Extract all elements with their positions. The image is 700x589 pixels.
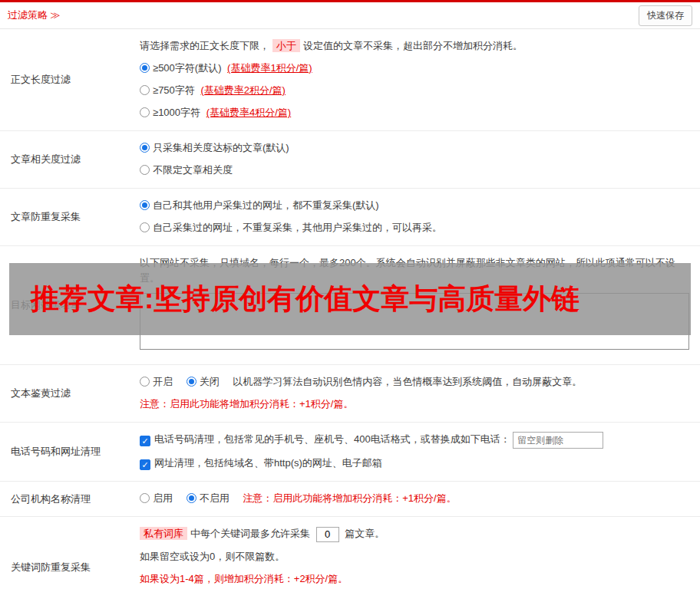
fee-note: (基础费率4积分/篇) bbox=[206, 107, 292, 118]
relevance-option-strict[interactable]: 只采集相关度达标的文章(默认) bbox=[140, 140, 689, 156]
private-lexicon-highlight: 私有词库 bbox=[140, 527, 187, 540]
row-label-relevance: 文章相关度过滤 bbox=[0, 131, 130, 188]
radio-icon[interactable] bbox=[140, 377, 150, 387]
page-title[interactable]: 过滤策略 ≫ bbox=[8, 8, 61, 22]
intro-highlight: 小于 bbox=[272, 39, 300, 52]
porn-fee-note: 注意：启用此功能将增加积分消耗：+1积分/篇。 bbox=[140, 397, 689, 412]
keyword-limit-text: 中每个关键词最多允许采集 bbox=[190, 528, 310, 539]
option-label: 开启 bbox=[153, 376, 173, 387]
length-option-750[interactable]: ≥750字符 (基础费率2积分/篇) bbox=[140, 83, 689, 98]
radio-icon[interactable] bbox=[140, 143, 150, 153]
body-length-intro: 请选择需求的正文长度下限，小于设定值的文章不采集，超出部分不增加积分消耗。 bbox=[140, 38, 689, 54]
keyword-limit-suffix: 篇文章。 bbox=[345, 528, 385, 539]
top-toolbar: 过滤策略 ≫ 快速保存 bbox=[0, 0, 700, 29]
company-option-on[interactable]: 启用 bbox=[140, 492, 173, 504]
option-label: ≥1000字符 bbox=[153, 107, 200, 118]
radio-icon[interactable] bbox=[140, 200, 150, 210]
intro-text-2: 设定值的文章不采集，超出部分不增加积分消耗。 bbox=[303, 40, 523, 51]
keyword-note-zero: 如果留空或设为0，则不限篇数。 bbox=[140, 549, 689, 564]
row-relevance-filter: 文章相关度过滤 只采集相关度达标的文章(默认) 不限定文章相关度 bbox=[0, 131, 700, 189]
radio-icon[interactable] bbox=[140, 222, 150, 232]
option-label: 启用 bbox=[153, 492, 173, 504]
intro-text-1: 请选择需求的正文长度下限， bbox=[140, 40, 269, 51]
fee-note: (基础费率1积分/篇) bbox=[227, 62, 312, 74]
row-label-phone-url: 电话号码和网址清理 bbox=[0, 423, 130, 481]
row-phone-url-cleanup: 电话号码和网址清理 ✓电话号码清理，包括常见的手机号、座机号、400电话格式，或… bbox=[0, 423, 700, 482]
option-label: ≥500字符(默认) bbox=[153, 62, 221, 74]
radio-icon[interactable] bbox=[140, 493, 150, 503]
company-fee-note: 注意：启用此功能将增加积分消耗：+1积分/篇。 bbox=[243, 492, 456, 504]
option-label: 自己和其他用户采集过的网址，都不重复采集(默认) bbox=[153, 199, 379, 211]
promo-overlay-banner: 推荐文章:坚持原创有价值文章与高质量外链 bbox=[9, 263, 691, 335]
option-label: 不限定文章相关度 bbox=[153, 164, 233, 176]
radio-icon[interactable] bbox=[140, 85, 150, 95]
checkbox-icon[interactable]: ✓ bbox=[140, 459, 150, 470]
keyword-limit-line: 私有词库中每个关键词最多允许采集 篇文章。 bbox=[140, 526, 689, 542]
dedup-option-global[interactable]: 自己和其他用户采集过的网址，都不重复采集(默认) bbox=[140, 198, 689, 213]
keyword-limit-input[interactable] bbox=[316, 527, 339, 542]
radio-icon[interactable] bbox=[140, 63, 150, 73]
url-cleanup-label: 网址清理，包括纯域名、带http(s)的网址、电子邮箱 bbox=[154, 457, 382, 469]
quick-save-button[interactable]: 快速保存 bbox=[639, 5, 692, 26]
radio-icon[interactable] bbox=[187, 493, 196, 503]
porn-desc: 以机器学习算法自动识别色情内容，当色情概率达到系统阈值，自动屏蔽文章。 bbox=[233, 376, 582, 387]
row-label-dedup: 文章防重复采集 bbox=[0, 189, 130, 245]
phone-cleanup-line: ✓电话号码清理，包括常见的手机号、座机号、400电话格式，或替换成如下电话： bbox=[140, 432, 689, 449]
keyword-note-fee: 如果设为1-4篇，则增加积分消耗：+2积分/篇。 bbox=[140, 571, 689, 587]
radio-icon[interactable] bbox=[140, 165, 150, 175]
row-label-body-length: 正文长度过滤 bbox=[0, 29, 130, 130]
row-body-length-filter: 正文长度过滤 请选择需求的正文长度下限，小于设定值的文章不采集，超出部分不增加积… bbox=[0, 29, 700, 131]
radio-icon[interactable] bbox=[140, 107, 150, 117]
checkbox-icon[interactable]: ✓ bbox=[140, 436, 150, 446]
row-keyword-dedup: 关键词防重复采集 私有词库中每个关键词最多允许采集 篇文章。 如果留空或设为0，… bbox=[0, 517, 700, 589]
porn-option-on[interactable]: 开启 bbox=[140, 376, 173, 387]
dedup-option-self[interactable]: 自己采集过的网址，不重复采集，其他用户采集过的，可以再采。 bbox=[140, 220, 689, 235]
url-cleanup-line: ✓网址清理，包括纯域名、带http(s)的网址、电子邮箱 bbox=[140, 456, 689, 471]
porn-options: 开启 关闭 以机器学习算法自动识别色情内容，当色情概率达到系统阈值，自动屏蔽文章… bbox=[140, 374, 689, 390]
row-company-cleanup: 公司机构名称清理 启用 不启用 注意：启用此功能将增加积分消耗：+1积分/篇。 bbox=[0, 482, 700, 517]
option-label: 只采集相关度达标的文章(默认) bbox=[153, 142, 289, 153]
option-label: 关闭 bbox=[200, 376, 220, 387]
length-option-500[interactable]: ≥500字符(默认) (基础费率1积分/篇) bbox=[140, 61, 689, 76]
radio-icon[interactable] bbox=[187, 377, 196, 387]
company-option-off[interactable]: 不启用 bbox=[187, 492, 229, 504]
length-option-1000[interactable]: ≥1000字符 (基础费率4积分/篇) bbox=[140, 105, 689, 120]
promo-banner-text: 推荐文章:坚持原创有价值文章与高质量外链 bbox=[31, 280, 579, 318]
relevance-option-any[interactable]: 不限定文章相关度 bbox=[140, 163, 689, 178]
option-label: 自己采集过的网址，不重复采集，其他用户采集过的，可以再采。 bbox=[153, 222, 442, 233]
porn-option-off[interactable]: 关闭 bbox=[187, 376, 220, 387]
phone-cleanup-label: 电话号码清理，包括常见的手机号、座机号、400电话格式，或替换成如下电话： bbox=[154, 433, 510, 445]
row-label-keyword: 关键词防重复采集 bbox=[0, 517, 130, 589]
row-label-porn: 文本鉴黄过滤 bbox=[0, 365, 130, 422]
company-options: 启用 不启用 注意：启用此功能将增加积分消耗：+1积分/篇。 bbox=[140, 491, 689, 506]
row-porn-filter: 文本鉴黄过滤 开启 关闭 以机器学习算法自动识别色情内容，当色情概率达到系统阈值… bbox=[0, 365, 700, 423]
fee-note: (基础费率2积分/篇) bbox=[200, 84, 286, 96]
option-label: 不启用 bbox=[200, 492, 229, 504]
replacement-phone-input[interactable] bbox=[513, 432, 603, 449]
row-dedup-collect: 文章防重复采集 自己和其他用户采集过的网址，都不重复采集(默认) 自己采集过的网… bbox=[0, 189, 700, 246]
option-label: ≥750字符 bbox=[153, 84, 195, 96]
row-label-company: 公司机构名称清理 bbox=[0, 482, 130, 516]
